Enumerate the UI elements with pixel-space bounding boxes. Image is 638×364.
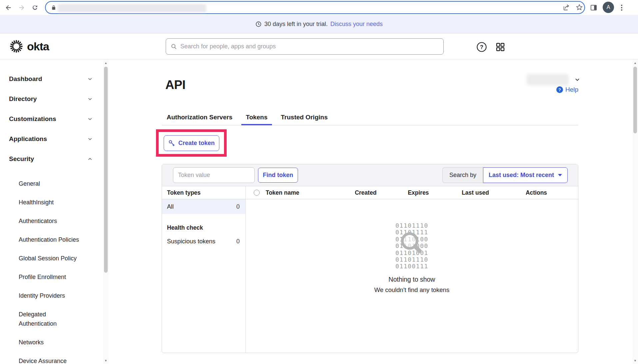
binary-line: 01100111 bbox=[395, 263, 428, 270]
global-search-box[interactable] bbox=[166, 38, 444, 55]
svg-text:?: ? bbox=[480, 44, 483, 50]
empty-state-subtitle: We couldn't find any tokens bbox=[246, 286, 578, 294]
window-scrollbar-thumb[interactable] bbox=[633, 67, 637, 133]
column-actions: Actions bbox=[505, 189, 568, 196]
main-content: API ? Help Authorization Servers Tokens … bbox=[162, 59, 578, 364]
filter-all[interactable]: All 0 bbox=[162, 199, 245, 214]
help-label: Help bbox=[565, 86, 578, 93]
okta-logo[interactable]: okta bbox=[9, 39, 49, 54]
trial-message: 30 days left in your trial. bbox=[264, 21, 328, 28]
search-by-group: Search by Last used: Most recent bbox=[442, 167, 568, 183]
key-plus-icon bbox=[168, 139, 175, 147]
browser-forward-button[interactable] bbox=[17, 3, 27, 13]
browser-menu-button[interactable] bbox=[617, 3, 627, 13]
browser-reload-button[interactable] bbox=[30, 3, 40, 13]
share-button[interactable] bbox=[562, 2, 572, 12]
column-expires: Expires bbox=[391, 189, 446, 196]
okta-aura-icon bbox=[9, 39, 24, 54]
column-created: Created bbox=[341, 189, 391, 196]
global-search-input[interactable] bbox=[180, 43, 439, 50]
scroll-down-arrow-icon[interactable]: ▼ bbox=[103, 358, 109, 363]
sidebar-item-authenticators[interactable]: Authenticators bbox=[0, 212, 83, 230]
sort-dropdown[interactable]: Last used: Most recent bbox=[483, 167, 568, 183]
tokens-toolbar: Find token Search by Last used: Most rec… bbox=[162, 164, 578, 186]
sidebar-scrollbar[interactable]: ▲ ▼ bbox=[103, 59, 109, 364]
side-panel-button[interactable] bbox=[589, 3, 599, 13]
tab-tokens[interactable]: Tokens bbox=[241, 110, 272, 125]
sidebar-item-applications[interactable]: Applications bbox=[0, 129, 103, 149]
browser-profile-avatar[interactable]: A bbox=[603, 2, 614, 13]
sidebar-item-device-assurance-policies[interactable]: Device Assurance Policies bbox=[0, 352, 77, 364]
tokens-panel: Find token Search by Last used: Most rec… bbox=[162, 164, 578, 353]
clock-icon bbox=[255, 21, 262, 27]
browser-back-button[interactable] bbox=[3, 3, 13, 13]
app-header: okta ? bbox=[0, 33, 638, 59]
window-scrollbar[interactable]: ▲ ▼ bbox=[632, 59, 638, 364]
url-text-redacted bbox=[58, 4, 206, 12]
table-header-row: Token types Token name Created Expires L… bbox=[162, 186, 578, 199]
annotation-highlight-box: Create token bbox=[156, 129, 227, 157]
app-switcher-button[interactable] bbox=[495, 41, 506, 53]
side-panel-icon bbox=[590, 4, 597, 11]
column-last-used: Last used bbox=[446, 189, 505, 196]
trial-banner: 30 days left in your trial. Discuss your… bbox=[0, 15, 638, 33]
binary-line: 01101110 bbox=[395, 256, 428, 263]
sidebar-item-customizations[interactable]: Customizations bbox=[0, 109, 103, 129]
sidebar-item-delegated-authentication[interactable]: Delegated Authentication bbox=[0, 305, 70, 333]
sidebar-item-authentication-policies[interactable]: Authentication Policies bbox=[0, 230, 83, 249]
help-link[interactable]: ? Help bbox=[556, 86, 578, 93]
chevron-down-icon bbox=[87, 136, 93, 142]
select-all-radio[interactable] bbox=[254, 190, 260, 196]
sidebar-item-healthinsight[interactable]: HealthInsight bbox=[0, 193, 83, 212]
binary-line: 01101110 bbox=[395, 222, 428, 229]
sidebar-scrollbar-thumb[interactable] bbox=[104, 67, 108, 273]
scroll-up-arrow-icon[interactable]: ▲ bbox=[632, 60, 638, 66]
empty-state: 01101110 01101111 01110100 01101000 0110… bbox=[246, 199, 578, 353]
discuss-needs-link[interactable]: Discuss your needs bbox=[330, 21, 383, 28]
sidebar-item-general[interactable]: General bbox=[0, 174, 83, 193]
sidebar-item-identity-providers[interactable]: Identity Providers bbox=[0, 286, 83, 305]
sidebar-item-label: Customizations bbox=[9, 115, 56, 123]
suspicious-tokens-count: 0 bbox=[236, 238, 240, 245]
create-token-button[interactable]: Create token bbox=[164, 135, 219, 151]
filter-all-label: All bbox=[167, 203, 174, 210]
sidebar-item-directory[interactable]: Directory bbox=[0, 89, 103, 109]
health-check-heading: Health check bbox=[162, 224, 245, 231]
filter-suspicious-tokens[interactable]: Suspicious tokens 0 bbox=[162, 234, 245, 249]
browser-toolbar: A bbox=[0, 0, 638, 15]
tab-authorization-servers[interactable]: Authorization Servers bbox=[162, 110, 237, 125]
page-title: API bbox=[165, 78, 185, 92]
empty-state-title: Nothing to show bbox=[246, 276, 578, 283]
sidebar-item-security[interactable]: Security bbox=[0, 149, 103, 169]
search-icon bbox=[171, 43, 177, 50]
sort-dropdown-value: Last used: Most recent bbox=[489, 172, 554, 179]
token-value-input[interactable] bbox=[173, 167, 255, 183]
apps-grid-icon bbox=[495, 42, 505, 52]
chevron-up-icon bbox=[87, 156, 93, 162]
forward-arrow-icon bbox=[18, 4, 25, 11]
question-mark-icon: ? bbox=[476, 42, 487, 52]
tab-trusted-origins[interactable]: Trusted Origins bbox=[277, 110, 332, 125]
okta-wordmark: okta bbox=[27, 40, 49, 53]
sidebar-item-dashboard[interactable]: Dashboard bbox=[0, 69, 103, 89]
share-icon bbox=[563, 4, 570, 11]
help-badge-icon: ? bbox=[556, 86, 563, 93]
token-types-list: All 0 Health check Suspicious tokens 0 bbox=[162, 199, 246, 353]
sidebar-item-profile-enrollment[interactable]: Profile Enrollment bbox=[0, 268, 83, 286]
sidebar-item-networks[interactable]: Networks bbox=[0, 333, 83, 352]
admin-sidebar: Dashboard Directory Customizations Appli… bbox=[0, 59, 103, 364]
bookmark-button[interactable] bbox=[574, 2, 584, 12]
avatar-letter: A bbox=[607, 4, 610, 10]
header-help-button[interactable]: ? bbox=[476, 41, 487, 53]
find-token-button[interactable]: Find token bbox=[258, 168, 298, 183]
search-by-label: Search by bbox=[442, 167, 483, 183]
security-submenu: General HealthInsight Authenticators Aut… bbox=[0, 169, 103, 364]
three-dots-icon bbox=[621, 5, 622, 11]
binary-art: 01101110 01101111 01110100 01101000 0110… bbox=[395, 222, 428, 270]
sidebar-item-global-session-policy[interactable]: Global Session Policy bbox=[0, 249, 83, 268]
sidebar-item-label: Dashboard bbox=[9, 75, 42, 83]
scroll-down-arrow-icon[interactable]: ▼ bbox=[632, 358, 638, 363]
scroll-up-arrow-icon[interactable]: ▲ bbox=[103, 60, 109, 66]
url-bar[interactable] bbox=[45, 1, 585, 14]
table-body: All 0 Health check Suspicious tokens 0 0… bbox=[162, 199, 578, 353]
